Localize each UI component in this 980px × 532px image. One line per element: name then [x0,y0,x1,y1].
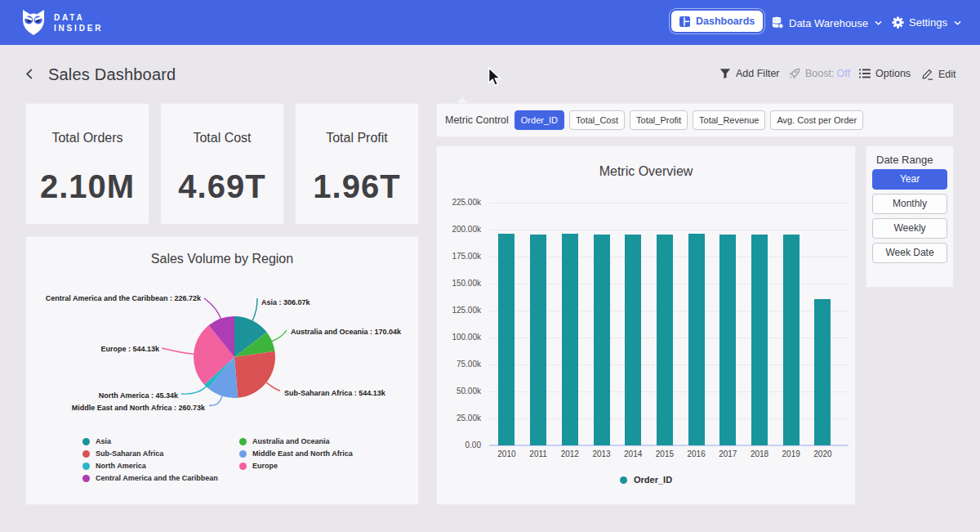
gridline [489,230,849,230]
pie-legend-item[interactable]: Australia and Oceania [239,437,330,445]
pie-legend-item[interactable]: Central America and the Caribbean [82,474,218,482]
add-filter-button[interactable]: Add Filter [719,68,780,79]
date-range-label: Date Range [876,154,953,166]
boost-label: Boost: [805,68,834,79]
y-axis-tick-label: 125.00k [440,306,481,315]
pie-label: Asia : 306.07k [261,298,311,306]
legend-label: Middle East and North Africa [252,449,353,458]
brand-name-line2: INSIDER [54,23,103,34]
bar-2016[interactable] [688,234,705,445]
pie-label: Europe : 544.13k [100,345,160,353]
gridline [489,203,849,203]
bar-2013[interactable] [594,235,610,445]
pie-leader-line [181,387,206,394]
pie-leader-line [209,396,222,406]
legend-dot [620,476,627,484]
pie-legend-item[interactable]: Sub-Saharan Africa [82,449,163,458]
legend-label: Europe [252,462,278,470]
bar-chart-legend[interactable]: Order_ID [620,475,672,485]
pie-label: North America : 45.34k [99,391,179,400]
options-list-icon [859,69,871,78]
legend-label: Central America and the Caribbean [96,474,218,482]
date-range-button-monthly[interactable]: Monthly [872,194,947,214]
date-range-button-year[interactable]: Year [872,169,947,190]
metric-button-total-revenue[interactable]: Total_Revenue [693,110,765,130]
data-warehouse-icon [771,16,784,29]
pie-leader-line [272,330,287,342]
page-title: Sales Dashboard [48,65,176,84]
edit-button[interactable]: Edit [921,68,956,80]
chevron-down-icon [875,20,882,25]
bar-2019[interactable] [783,235,800,445]
bar-2020[interactable] [814,299,831,445]
bar-2010[interactable] [498,234,514,445]
metric-button-order-id[interactable]: Order_ID [514,110,564,130]
bar-2012[interactable] [562,234,578,445]
kpi-card-total-cost: Total Cost 4.69T [160,103,284,225]
pie-slice-sub-saharan-africa[interactable] [234,351,275,398]
boost-value: Off [836,68,849,79]
metric-button-total-profit[interactable]: Total_Profit [630,110,688,130]
pie-legend-item[interactable]: Europe [239,462,278,470]
metric-control-label: Metric Control [445,114,509,126]
kpi-card-total-profit: Total Profit 1.96T [295,103,419,225]
pie-legend-item[interactable]: North America [82,462,146,470]
pie-leader-line [266,382,280,391]
bar-2015[interactable] [657,235,673,445]
legend-dot [82,450,90,458]
x-axis-tick-label: 2017 [711,449,744,458]
pie-label: Australia and Oceania : 170.04k [291,328,402,336]
options-button[interactable]: Options [859,68,911,79]
x-axis-tick-label: 2011 [522,449,555,458]
nav-dashboards-label: Dashboards [696,16,755,27]
legend-label: Asia [96,437,111,445]
bar-2011[interactable] [530,235,546,445]
nav-data-warehouse-label: Data Warehouse [789,17,868,29]
pie-legend-item[interactable]: Middle East and North Africa [239,449,353,458]
bar-2017[interactable] [719,235,736,445]
x-axis-tick-label: 2012 [554,449,586,458]
metric-overview-chart-card: Metric Overview 0.0025.00k50.00k75.00k10… [436,145,856,505]
boost-toggle[interactable]: Boost: Off [789,68,850,79]
date-range-button-weekly[interactable]: Weekly [872,218,947,239]
bar-2018[interactable] [751,235,768,445]
nav-dashboards-button[interactable]: Dashboards [671,11,763,32]
legend-label: Order_ID [634,475,672,485]
bar-2014[interactable] [625,235,641,445]
x-axis-tick-label: 2019 [775,449,808,458]
pie-leader-line [204,298,220,319]
pie-legend-item[interactable]: Asia [82,437,111,445]
gear-icon [892,16,904,29]
kpi-value: 4.69T [178,168,265,205]
metric-button-avg-cost-per-order[interactable]: Avg. Cost per Order [770,110,863,130]
pie-label: Sub-Saharan Africa : 544.13k [284,389,386,397]
legend-dot [239,438,247,445]
x-axis-tick-label: 2013 [586,449,618,458]
legend-dot [82,463,90,470]
pie-label: Central America and the Caribbean : 226.… [46,294,202,302]
kpi-card-total-orders: Total Orders 2.10M [25,103,149,225]
y-axis-tick-label: 150.00k [440,279,481,288]
kpi-label: Total Orders [51,131,122,145]
x-axis-tick-label: 2018 [743,449,776,458]
y-axis-tick-label: 100.00k [440,333,481,342]
legend-label: Australia and Oceania [252,437,330,445]
filter-icon [719,68,731,79]
owl-logo-icon [21,9,46,36]
top-navigation-bar: DATA INSIDER Dashboards Data Warehouse [0,0,980,45]
edit-label: Edit [938,69,956,80]
nav-data-warehouse-button[interactable]: Data Warehouse [771,16,882,29]
chevron-down-icon [954,20,961,25]
nav-settings-button[interactable]: Settings [892,16,961,29]
y-axis-tick-label: 50.00k [440,387,481,396]
legend-label: North America [96,462,146,470]
date-range-card: Date Range YearMonthlyWeeklyWeek Date [866,145,954,288]
x-axis-tick-label: 2010 [490,449,523,458]
date-range-button-week-date[interactable]: Week Date [872,243,947,263]
x-axis-tick-label: 2016 [680,449,713,458]
legend-dot [82,475,90,482]
x-axis-tick-label: 2014 [617,449,649,458]
metric-button-total-cost[interactable]: Total_Cost [569,110,625,130]
x-axis-tick-label: 2020 [806,449,839,458]
back-button[interactable] [23,67,37,81]
